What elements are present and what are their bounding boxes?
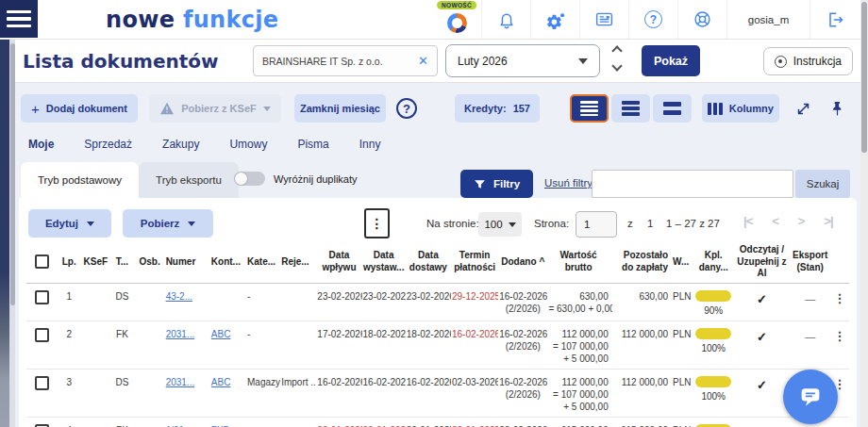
view-comfortable-button[interactable] [653, 94, 692, 123]
documents-table: Lp.KSeFT...Osb.NumerKont...Kate...Reje..… [26, 241, 849, 427]
per-page-label: Na stronie: [426, 218, 479, 229]
kontrahent-link[interactable]: ABC [211, 329, 231, 339]
table-search-input[interactable] [592, 170, 793, 198]
cell-kategoria: - [246, 320, 280, 369]
first-page-icon[interactable]: |< [743, 214, 752, 228]
col-header-dodano[interactable]: Dodano^ [498, 241, 547, 283]
tab-export-mode[interactable]: Tryb eksportu [139, 162, 239, 198]
chat-widget-button[interactable] [783, 370, 838, 424]
cell-wartosc_brutto: 615 000,00= 500 000,00+ 115 000,00 [547, 417, 611, 427]
cell-data_wplywu: 30-01-2025 [316, 417, 361, 427]
row-menu-button[interactable]: ⋮ [830, 320, 849, 369]
tab-sprzedaz[interactable]: Sprzedaż [84, 138, 132, 151]
kontrahent-link[interactable]: ABC [211, 377, 231, 387]
month-down-icon[interactable] [611, 60, 622, 71]
instruction-button[interactable]: Instrukcja [763, 47, 853, 75]
numer-link[interactable]: 2031... [166, 377, 195, 387]
ai-check-icon: ✓ [733, 369, 790, 417]
dodano-line: (2/2026) [499, 340, 546, 353]
cell-kategoria: Magazyn [246, 369, 280, 417]
company-search-input[interactable] [262, 56, 413, 67]
tab-moje[interactable]: Moje [28, 138, 54, 151]
pin-button[interactable] [823, 94, 851, 123]
tab-umowy[interactable]: Umowy [229, 138, 267, 151]
settings-button[interactable] [530, 0, 579, 39]
per-page-select[interactable]: 100 [478, 212, 522, 237]
duplicates-toggle-wrap: Wyróżnij duplikaty [234, 172, 358, 186]
prev-page-icon[interactable]: < [772, 214, 778, 228]
numer-link[interactable]: 2031... [166, 329, 195, 339]
add-document-button[interactable]: + Dodaj dokument [21, 94, 138, 123]
news-button[interactable] [579, 0, 628, 39]
dodano-line: 23-02-2026 [499, 424, 546, 427]
close-month-button[interactable]: Zamknij miesiąc [294, 94, 386, 123]
row-checkbox[interactable] [35, 328, 49, 342]
cell-data_dostawy: 23-02-2026 [406, 283, 451, 320]
instruction-label: Instrukcja [793, 55, 842, 68]
toolbar-help-button[interactable]: ? [396, 98, 417, 119]
col-label: Dodano [501, 256, 536, 267]
month-select[interactable]: Luty 2026 [445, 44, 600, 77]
support-button[interactable] [677, 0, 726, 39]
col-header-select[interactable] [26, 241, 57, 283]
view-compact-button[interactable] [570, 94, 609, 123]
logout-button[interactable] [810, 0, 859, 39]
view-medium-button[interactable] [611, 94, 650, 123]
clear-filters-link[interactable]: Usuń filtry [544, 177, 593, 189]
select-all-checkbox[interactable] [35, 255, 49, 269]
next-page-icon[interactable]: > [798, 214, 805, 228]
fullscreen-button[interactable] [789, 94, 817, 123]
numer-link[interactable]: 43-2... [166, 291, 192, 302]
show-button[interactable]: Pokaż [642, 45, 700, 76]
company-search-box: ✕ [253, 45, 438, 76]
ai-check-icon: ✓ [733, 320, 790, 369]
clear-company-icon[interactable]: ✕ [418, 55, 428, 67]
col-header-osb: Osb. [134, 241, 164, 283]
highlight-duplicates-toggle[interactable] [234, 172, 265, 186]
whats-new-button[interactable]: NOWOŚĆ [432, 0, 481, 39]
cell-pozostalo: 630,00 [612, 283, 669, 320]
cell-data_wplywu: 17-02-2026 [316, 320, 361, 369]
help-button[interactable]: ? [628, 0, 677, 39]
cell-kategoria: - [246, 283, 280, 320]
sort-asc-icon: ^ [540, 256, 545, 267]
list-options-button[interactable]: ⋮ [364, 208, 390, 238]
left-scrollbar-thumb[interactable] [10, 43, 15, 305]
cell-eksport: — [791, 320, 830, 369]
row-checkbox[interactable] [35, 290, 49, 304]
row-menu-button[interactable]: ⋮ [830, 283, 849, 320]
table-row: 3DS2031...ABCMagazynImport ...16-02-2026… [26, 369, 849, 417]
edit-dropdown-button[interactable]: Edytuj [28, 209, 111, 238]
columns-button[interactable]: Kolumny [702, 94, 779, 123]
row-checkbox[interactable] [35, 376, 49, 390]
credits-badge: Kredyty: 157 [455, 94, 540, 123]
month-up-icon[interactable] [611, 45, 622, 56]
tab-basic-mode[interactable]: Tryb podstawowy [21, 162, 139, 198]
vertical-scrollbar-thumb[interactable] [861, 2, 867, 153]
cell-kontrahent [210, 283, 246, 320]
vertical-scrollbar[interactable] [860, 0, 868, 427]
tab-pisma[interactable]: Pisma [297, 138, 328, 151]
download-dropdown-button[interactable]: Pobierz [123, 209, 213, 238]
tab-zakupy[interactable]: Zakupy [162, 138, 199, 151]
left-scrollbar[interactable] [9, 40, 15, 427]
credits-label: Kredyty: [464, 103, 507, 114]
last-page-icon[interactable]: >| [824, 214, 832, 228]
notifications-button[interactable] [481, 0, 530, 39]
cell-kompletnosc: 100% [693, 369, 733, 417]
tab-inny[interactable]: Inny [359, 138, 381, 151]
collapsed-sidebar[interactable] [0, 40, 9, 427]
filters-button[interactable]: Filtry [460, 170, 533, 198]
gears-icon [545, 9, 566, 30]
search-button[interactable]: Szukaj [795, 170, 850, 198]
cell-data_dostawy: 18-02-2026 [406, 320, 451, 369]
hamburger-menu-icon[interactable] [0, 0, 38, 38]
ksef-download-button[interactable]: Pobierz z KSeF [149, 94, 281, 123]
username[interactable]: gosia_m [726, 0, 810, 39]
chevron-down-icon [578, 58, 588, 64]
row-checkbox[interactable] [35, 424, 49, 427]
page-input[interactable] [576, 211, 617, 238]
row-menu-button[interactable]: ⋮ [830, 417, 849, 427]
page-of-label: z 1 [627, 218, 659, 229]
newspaper-icon [594, 9, 614, 29]
